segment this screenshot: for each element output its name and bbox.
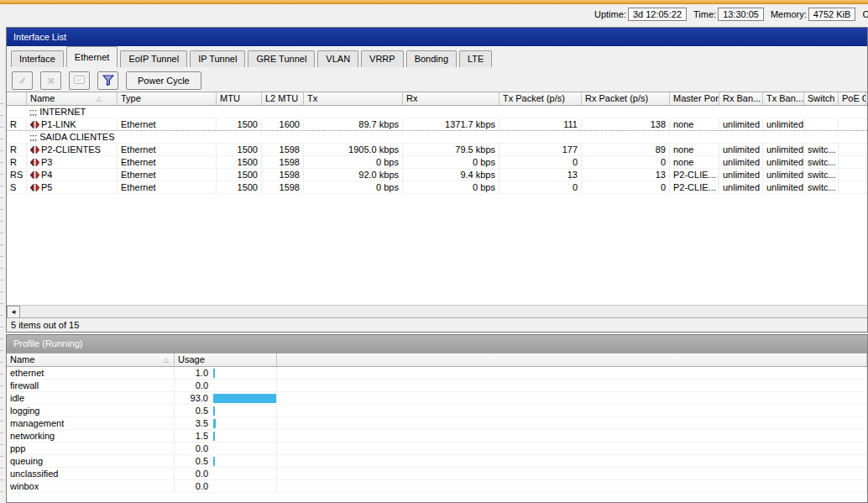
cell-tx: 89.7 kbps [304,118,403,130]
background-window-edge [0,25,6,503]
usage-value: 1.0 [178,367,208,379]
profile-row-idle[interactable]: idle93.0 [7,392,867,405]
uptime-value: 3d 12:05:22 [628,8,687,21]
tab-lte[interactable]: LTE [459,50,492,67]
tab-interface[interactable]: Interface [11,50,64,67]
column-header-rx-packet-p-s-[interactable]: Rx Packet (p/s) [582,92,670,105]
usage-value: 0.0 [178,380,208,391]
column-header-name[interactable]: Name△ [27,92,118,105]
interface-row-p1-link[interactable]: RP1-LINKEthernet1500160089.7 kbps1371.7 … [7,118,867,131]
column-header-name[interactable]: Name△ [7,354,175,366]
interface-row-p5[interactable]: SP5Ethernet150015980 bps0 bps00P2-CLIE..… [7,181,867,194]
interface-name: P5 [41,182,52,192]
column-header-tx-ban-[interactable]: Tx Ban... [763,92,804,105]
interface-name: P1-LINK [41,119,76,129]
cell-rxban: unlimited [719,169,763,181]
column-header-tx[interactable]: Tx [304,92,403,105]
cell-flags: R [7,118,27,130]
cell-profile-name: ppp [7,443,175,454]
column-header-rx-ban-[interactable]: Rx Ban... [719,92,763,105]
column-header-poe-ou[interactable]: PoE Ou [839,92,866,105]
usage-bar [213,419,216,428]
cell-switch: switc... [804,181,839,193]
cell-filler [277,443,867,454]
interface-name: P3 [41,157,52,167]
tab-ethernet[interactable]: Ethernet [66,46,118,67]
column-header-master-port[interactable]: Master Port [670,92,719,105]
cell-l2mtu: 1598 [262,144,304,155]
tab-ip-tunnel[interactable]: IP Tunnel [190,50,245,67]
comment-button[interactable] [69,71,90,90]
tab-eoip-tunnel[interactable]: EoIP Tunnel [120,50,187,67]
cell-profile-name: logging [7,405,175,417]
column-header-usage[interactable]: Usage [175,354,277,366]
tab-vrrp[interactable]: VRRP [361,50,404,67]
cell-tx: 92.0 kbps [304,169,403,181]
interface-row-p4[interactable]: RSP4Ethernet1500159892.0 kbps9.4 kbps131… [7,169,867,181]
profile-row-networking[interactable]: networking1.5 [7,430,867,443]
profile-row-ethernet[interactable]: ethernet1.0 [7,367,867,380]
profile-row-logging[interactable]: logging0.5 [7,405,867,417]
cell-switch: switc... [804,169,839,181]
interface-list-titlebar[interactable]: Interface List [7,28,867,46]
profile-row-ppp[interactable]: ppp0.0 [7,443,867,455]
cell-filler [277,367,867,379]
x-icon: ✕ [47,76,55,86]
cell-profile-name: firewall [7,380,175,391]
cell-rxp: 13 [582,169,670,181]
tab-gre-tunnel[interactable]: GRE Tunnel [248,50,315,67]
ethernet-interface-icon [30,157,39,168]
profile-row-winbox[interactable]: winbox0.0 [7,480,867,493]
interface-toolbar: ✓ ✕ Power Cycle [7,67,867,92]
ethernet-interface-icon [30,119,39,130]
cell-rxp: 0 [582,156,670,168]
cell-tx: 0 bps [304,181,403,193]
filter-button[interactable] [97,71,118,90]
cell-l2mtu: 1600 [262,118,304,130]
usage-value: 0.0 [178,468,208,479]
column-header-rx[interactable]: Rx [403,92,499,105]
profile-row-unclassified[interactable]: unclassified0.0 [7,468,867,480]
cell-rx: 1371.7 kbps [403,118,499,130]
column-header-flags[interactable] [7,92,27,105]
column-header-type[interactable]: Type [118,92,217,105]
cell-profile-name: ethernet [7,367,175,379]
enable-button[interactable]: ✓ [12,71,33,90]
scroll-left-button[interactable]: ◄ [7,306,20,318]
cell-txban: unlimited [763,181,804,193]
cell-l2mtu: 1598 [262,156,304,168]
disable-button[interactable]: ✕ [40,71,61,90]
system-stats-bar: Uptime:3d 12:05:22Time:13:30:05Memory:47… [0,4,868,25]
cell-rx: 0 bps [403,181,499,193]
column-header-label: Name [10,354,34,366]
ethernet-interface-icon [30,144,39,155]
cell-switch: switc... [804,144,839,155]
usage-value: 1.5 [178,430,208,442]
cell-profile-usage: 0.0 [175,480,277,492]
profile-row-firewall[interactable]: firewall0.0 [7,380,867,392]
power-cycle-button[interactable]: Power Cycle [126,71,201,90]
tab-vlan[interactable]: VLAN [317,50,358,67]
interface-row-p2-clientes[interactable]: RP2-CLIENTESEthernet150015981905.0 kbps7… [7,144,867,156]
comment-row[interactable]: ;;; INTERNET [7,106,867,118]
column-header-l2-mtu[interactable]: L2 MTU [262,92,304,105]
interface-table-header: Name△TypeMTUL2 MTUTxRxTx Packet (p/s)Rx … [7,92,867,106]
profile-row-queuing[interactable]: queuing0.5 [7,455,867,468]
interface-name: P4 [41,170,52,180]
interface-row-p3[interactable]: RP3Ethernet150015980 bps0 bps00noneunlim… [7,156,867,169]
column-header-mtu[interactable]: MTU [217,92,262,105]
cell-profile-usage: 1.5 [175,430,277,442]
column-header-tx-packet-p-s-[interactable]: Tx Packet (p/s) [499,92,582,105]
horizontal-scrollbar[interactable]: ◄ [7,305,867,317]
cell-rxp: 0 [582,181,670,193]
usage-value: 0.0 [178,480,208,492]
comment-row[interactable]: ;;; SAIDA CLIENTES [7,131,867,144]
interface-tabs: InterfaceEthernetEoIP TunnelIP TunnelGRE… [7,46,867,67]
cell-poe [839,156,866,168]
cell-tx: 0 bps [304,156,403,168]
tab-bonding[interactable]: Bonding [406,50,457,67]
profile-row-management[interactable]: management3.5 [7,417,867,430]
column-header-label: Tx Packet (p/s) [503,92,565,105]
column-header-switch[interactable]: Switch [804,92,839,105]
profile-titlebar[interactable]: Profile (Running) [7,335,867,353]
